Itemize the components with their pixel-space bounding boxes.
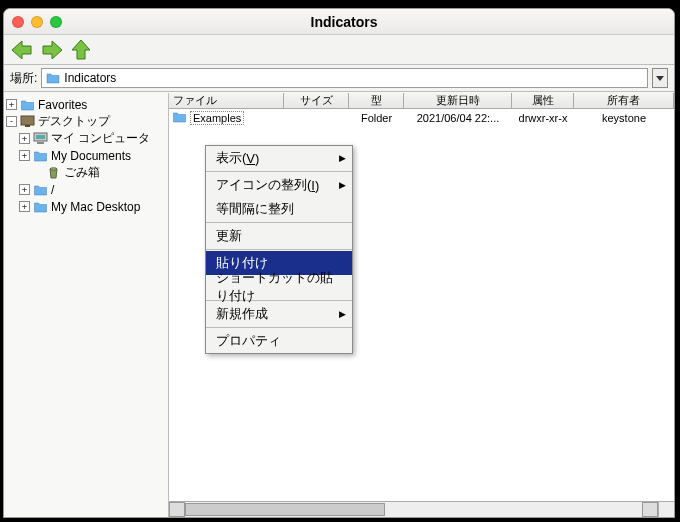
tree-item[interactable]: +Favorites: [6, 96, 166, 113]
close-icon[interactable]: [12, 16, 24, 28]
location-input[interactable]: [64, 71, 643, 85]
svg-marker-0: [12, 41, 31, 59]
zoom-icon[interactable]: [50, 16, 62, 28]
folder-icon: [20, 98, 35, 111]
tree-item-label: デスクトップ: [38, 113, 110, 130]
menu-separator: [206, 222, 352, 223]
menu-separator: [206, 327, 352, 328]
cell-modified: 2021/06/04 22:...: [404, 112, 512, 124]
location-field[interactable]: [41, 68, 648, 88]
menu-item[interactable]: ショートカットの貼り付け: [206, 275, 352, 299]
window-controls: [12, 16, 62, 28]
scroll-corner: [658, 501, 674, 517]
tree-item-label: My Documents: [51, 149, 131, 163]
tree-item-label: /: [51, 183, 54, 197]
location-label: 場所:: [10, 70, 37, 87]
column-headers[interactable]: ファイル サイズ 型 更新日時 属性 所有者: [169, 93, 674, 109]
h-scrollbar[interactable]: [169, 501, 658, 517]
svg-marker-2: [72, 40, 90, 59]
location-dropdown[interactable]: [652, 68, 668, 88]
expander-icon[interactable]: +: [19, 133, 30, 144]
computer-icon: [33, 132, 48, 145]
col-file[interactable]: ファイル: [169, 93, 284, 109]
tree-item[interactable]: -デスクトップ: [6, 113, 166, 130]
col-type[interactable]: 型: [349, 93, 404, 109]
tree-item[interactable]: +/: [6, 181, 166, 198]
col-size[interactable]: サイズ: [284, 93, 349, 109]
menu-item[interactable]: プロパティ: [206, 329, 352, 353]
menu-separator: [206, 171, 352, 172]
scrollbar-thumb[interactable]: [185, 503, 385, 516]
context-menu[interactable]: 表示(V)アイコンの整列(I)等間隔に整列更新貼り付けショートカットの貼り付け新…: [205, 145, 353, 354]
folder-icon: [172, 111, 187, 125]
trash-icon: [46, 166, 61, 179]
table-row[interactable]: ExamplesFolder2021/06/04 22:...drwxr-xr-…: [169, 109, 674, 126]
file-name[interactable]: Examples: [190, 111, 244, 125]
tree-item[interactable]: +My Mac Desktop: [6, 198, 166, 215]
menu-separator: [206, 249, 352, 250]
folder-icon: [46, 72, 60, 84]
tree-item[interactable]: +ごみ箱: [6, 164, 166, 181]
col-modified[interactable]: 更新日時: [404, 93, 512, 109]
cell-owner: keystone: [574, 112, 674, 124]
menu-item[interactable]: 新規作成: [206, 302, 352, 326]
window-title: Indicators: [62, 14, 626, 30]
expander-icon[interactable]: +: [6, 99, 17, 110]
svg-rect-7: [36, 135, 45, 139]
svg-marker-1: [43, 41, 62, 59]
location-bar: 場所:: [4, 65, 674, 92]
folder-icon: [33, 149, 48, 162]
col-attrs[interactable]: 属性: [512, 93, 574, 109]
tree-item[interactable]: +My Documents: [6, 147, 166, 164]
svg-point-9: [50, 168, 57, 170]
svg-marker-3: [656, 76, 664, 81]
svg-rect-4: [21, 116, 34, 125]
minimize-icon[interactable]: [31, 16, 43, 28]
expander-icon[interactable]: -: [6, 116, 17, 127]
expander-icon[interactable]: +: [19, 150, 30, 161]
forward-button[interactable]: [42, 41, 62, 59]
tree-item-label: マイ コンピュータ: [51, 130, 150, 147]
svg-rect-8: [37, 142, 44, 144]
desktop-icon: [20, 115, 35, 128]
chevron-down-icon: [656, 76, 664, 81]
up-button[interactable]: [72, 40, 90, 60]
menu-item[interactable]: 等間隔に整列: [206, 197, 352, 221]
tree-item[interactable]: +マイ コンピュータ: [6, 130, 166, 147]
folder-icon: [33, 183, 48, 196]
folder-icon: [33, 200, 48, 213]
tree-item-label: ごみ箱: [64, 164, 100, 181]
expander-icon[interactable]: +: [19, 184, 30, 195]
menu-item[interactable]: 表示(V): [206, 146, 352, 170]
tree-item-label: My Mac Desktop: [51, 200, 140, 214]
svg-rect-5: [25, 125, 30, 127]
col-owner[interactable]: 所有者: [574, 93, 674, 109]
folder-tree[interactable]: +Favorites-デスクトップ+マイ コンピュータ+My Documents…: [4, 93, 169, 517]
expander-icon[interactable]: +: [19, 201, 30, 212]
tree-item-label: Favorites: [38, 98, 87, 112]
cell-type: Folder: [349, 112, 404, 124]
nav-toolbar: [4, 35, 674, 65]
titlebar[interactable]: Indicators: [4, 9, 674, 35]
menu-item[interactable]: 更新: [206, 224, 352, 248]
cell-attrs: drwxr-xr-x: [512, 112, 574, 124]
back-button[interactable]: [12, 41, 32, 59]
menu-item[interactable]: アイコンの整列(I): [206, 173, 352, 197]
